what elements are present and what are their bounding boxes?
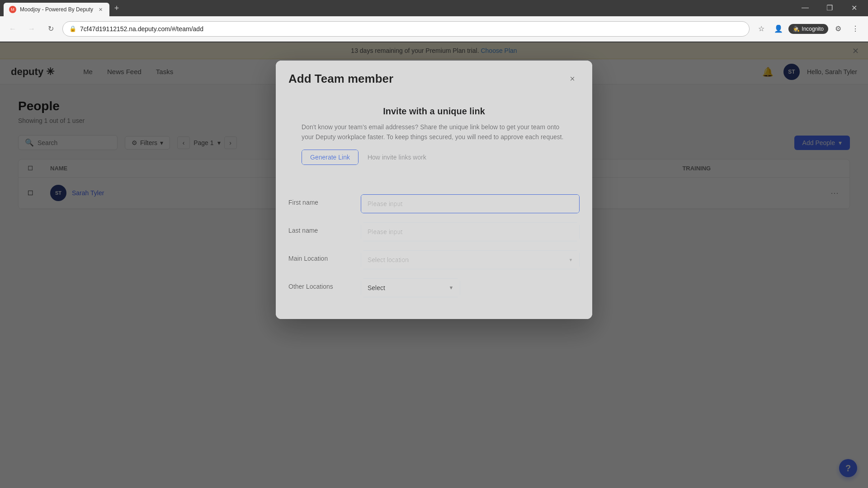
other-locations-dropdown-wrapper: Select <box>361 278 460 297</box>
invite-description: Don't know your team's email addresses? … <box>302 122 566 142</box>
first-name-label: First name <box>288 194 352 206</box>
browser-chrome: M Moodjoy - Powered By Deputy ✕ + — ❐ ✕ … <box>0 0 868 42</box>
close-window-button[interactable]: ✕ <box>844 0 864 16</box>
restore-button[interactable]: ❐ <box>819 0 840 16</box>
lock-icon: 🔒 <box>69 25 76 32</box>
invite-title: Invite with a unique link <box>302 106 566 117</box>
reload-button[interactable]: ↻ <box>43 22 58 36</box>
main-location-select-wrapper: Select location <box>361 250 580 269</box>
other-locations-label: Other Locations <box>288 278 352 290</box>
minimize-button[interactable]: — <box>795 0 816 16</box>
invite-section: Invite with a unique link Don't know you… <box>288 95 580 176</box>
tab-favicon: M <box>9 6 16 13</box>
back-button[interactable]: ← <box>5 22 20 36</box>
first-name-input[interactable] <box>361 194 580 213</box>
modal-title: Add Team member <box>288 72 393 86</box>
main-location-label: Main Location <box>288 250 352 262</box>
incognito-label: Incognito <box>802 26 824 32</box>
incognito-icon: 🕵 <box>793 26 800 32</box>
incognito-button[interactable]: 🕵 Incognito <box>788 24 828 34</box>
app-wrapper: 13 days remaining of your Premium Plan t… <box>0 42 868 488</box>
main-location-select[interactable]: Select location <box>361 250 580 269</box>
bookmark-icon[interactable]: ☆ <box>754 22 769 36</box>
last-name-label: Last name <box>288 222 352 234</box>
forward-button[interactable]: → <box>24 22 39 36</box>
invite-actions: Generate Link How invite links work <box>302 150 566 165</box>
modal-header: Add Team member × <box>276 61 592 95</box>
new-tab-button[interactable]: + <box>110 2 123 14</box>
browser-tabs: M Moodjoy - Powered By Deputy ✕ + — ❐ ✕ <box>0 0 868 16</box>
extensions-icon[interactable]: ⚙ <box>831 22 845 36</box>
first-name-group: First name <box>288 194 580 213</box>
last-name-input[interactable] <box>361 222 580 241</box>
tab-title: Moodjoy - Powered By Deputy <box>20 6 93 13</box>
main-location-group: Main Location Select location <box>288 250 580 269</box>
how-invite-links-work-link[interactable]: How invite links work <box>368 154 426 161</box>
browser-tab-active[interactable]: M Moodjoy - Powered By Deputy ✕ <box>4 3 109 16</box>
last-name-group: Last name <box>288 222 580 241</box>
other-locations-select[interactable]: Select <box>361 278 460 297</box>
tab-close-button[interactable]: ✕ <box>97 6 104 13</box>
generate-link-button[interactable]: Generate Link <box>302 150 359 165</box>
other-locations-group: Other Locations Select <box>288 278 580 297</box>
menu-icon[interactable]: ⋮ <box>848 22 863 36</box>
add-team-member-modal: Add Team member × Invite with a unique l… <box>276 61 592 319</box>
profile-icon[interactable]: 👤 <box>771 22 786 36</box>
modal-body: First name Last name Main Location Selec… <box>276 185 592 319</box>
address-bar[interactable]: 🔒 <box>62 21 750 37</box>
address-input[interactable] <box>80 25 743 33</box>
modal-overlay: Add Team member × Invite with a unique l… <box>0 42 868 488</box>
window-controls: — ❐ ✕ <box>795 0 864 16</box>
modal-close-button[interactable]: × <box>565 71 580 86</box>
browser-toolbar: ← → ↻ 🔒 ☆ 👤 🕵 Incognito ⚙ ⋮ <box>0 16 868 42</box>
browser-toolbar-actions: ☆ 👤 🕵 Incognito ⚙ ⋮ <box>754 22 863 36</box>
